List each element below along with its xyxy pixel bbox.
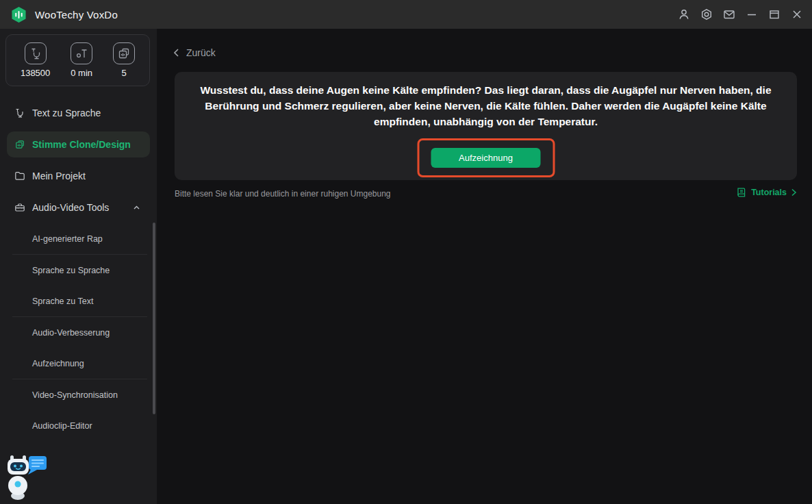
sidebar-item-label: Mein Projekt	[32, 171, 86, 181]
app-title: WooTechy VoxDo	[35, 9, 118, 21]
toolbox-icon	[14, 202, 25, 213]
subnav-item-ai-generierter-rap[interactable]: AI-generierter Rap	[0, 223, 157, 254]
mail-icon[interactable]	[722, 8, 736, 21]
subnav-item-audioclip-editor[interactable]: Audioclip-Editor	[0, 410, 157, 441]
sidebar-item-label: Stimme Clone/Design	[32, 139, 131, 150]
voice-minutes-icon	[71, 42, 92, 64]
tutorials-label: Tutorials	[751, 188, 787, 197]
subnav-item-video-synchronisation[interactable]: Video-Synchronisation	[0, 379, 157, 410]
chevron-right-icon	[791, 188, 797, 197]
sidebar-item-audio-video-tools[interactable]: Audio-Video Tools	[7, 194, 150, 220]
titlebar: WooTechy VoxDo	[0, 0, 812, 29]
annotation-highlight-box: Aufzeichnung	[417, 138, 555, 177]
stat-clones-value: 5	[121, 68, 126, 78]
subnav-item-sprache-zu-sprache[interactable]: Sprache zu Sprache	[0, 255, 157, 286]
quota-stats-card: 138500 0 min 5	[5, 34, 150, 86]
sidebar-nav: Text zu Sprache Stimme Clone/Design Mein…	[0, 100, 157, 226]
subnav-item-sprache-zu-text[interactable]: Sprache zu Text	[0, 286, 157, 316]
reading-passage-card: Wusstest du, dass deine Augen keine Kält…	[175, 72, 797, 180]
recording-hint-text: Bitte lesen Sie klar und deutlich in ein…	[175, 189, 391, 199]
maximize-icon[interactable]	[767, 8, 781, 21]
stat-clones[interactable]: 5	[113, 42, 135, 78]
close-icon[interactable]	[790, 8, 804, 21]
clone-slots-icon	[113, 42, 135, 64]
subnav-item-aufzeichnung[interactable]: Aufzeichnung	[0, 348, 157, 379]
sidebar-item-text-zu-sprache[interactable]: Text zu Sprache	[7, 100, 150, 126]
back-button[interactable]: Zurück	[173, 47, 216, 58]
stat-characters-value: 138500	[21, 68, 50, 78]
text-quota-icon	[25, 42, 47, 64]
book-icon	[736, 187, 747, 198]
tutorials-link[interactable]: Tutorials	[736, 187, 797, 198]
chevron-left-icon	[173, 48, 180, 58]
sidebar: 138500 0 min 5	[0, 29, 157, 504]
subnav-item-audio-verbesserung[interactable]: Audio-Verbesserung	[0, 317, 157, 348]
record-button[interactable]: Aufzeichnung	[431, 148, 541, 168]
sidebar-scrollbar[interactable]	[153, 223, 155, 414]
folder-icon	[14, 171, 25, 181]
sidebar-subnav: AI-generierter Rap Sprache zu Sprache Sp…	[0, 223, 157, 441]
settings-gear-icon[interactable]	[700, 8, 713, 21]
minimize-icon[interactable]	[745, 8, 759, 21]
main-content: Zurück Wusstest du, dass deine Augen kei…	[157, 29, 812, 504]
voice-clone-icon	[14, 139, 25, 150]
sidebar-item-label: Audio-Video Tools	[32, 202, 109, 213]
sidebar-item-label: Text zu Sprache	[32, 108, 101, 118]
reading-passage-text: Wusstest du, dass deine Augen keine Kält…	[175, 82, 797, 129]
chevron-up-icon	[133, 204, 140, 212]
sidebar-item-mein-projekt[interactable]: Mein Projekt	[7, 163, 150, 189]
stat-minutes-value: 0 min	[71, 68, 92, 78]
stat-characters[interactable]: 138500	[21, 42, 50, 78]
chatbot-mascot-icon[interactable]	[4, 453, 49, 503]
text-to-speech-icon	[14, 108, 25, 118]
stat-minutes[interactable]: 0 min	[71, 42, 92, 78]
app-logo-icon	[11, 6, 27, 23]
sidebar-item-stimme-clone-design[interactable]: Stimme Clone/Design	[7, 131, 150, 158]
user-account-icon[interactable]	[677, 8, 691, 21]
back-label: Zurück	[186, 47, 216, 58]
